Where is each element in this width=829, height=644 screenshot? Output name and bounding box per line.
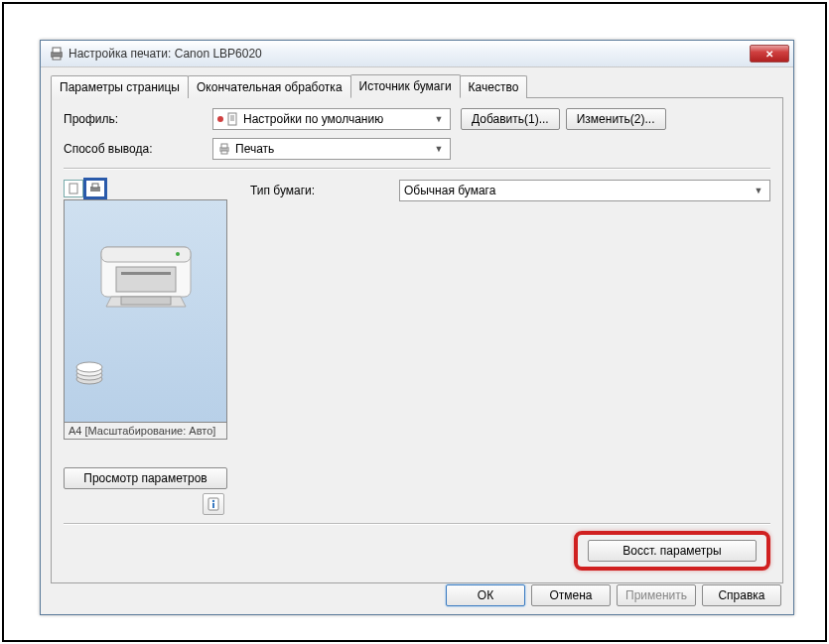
- info-icon: [206, 496, 221, 512]
- edit-button[interactable]: Изменить(2)...: [566, 108, 666, 130]
- preview-page-toggle[interactable]: [64, 180, 83, 197]
- svg-point-18: [176, 252, 180, 256]
- svg-rect-3: [228, 113, 236, 125]
- profile-label: Профиль:: [64, 112, 212, 126]
- print-icon: [217, 142, 231, 156]
- printer-icon: [49, 47, 65, 61]
- printer-small-icon: [89, 183, 101, 194]
- preview-printer-toggle[interactable]: [85, 180, 105, 197]
- help-button[interactable]: Справка: [702, 584, 781, 606]
- svg-rect-8: [221, 144, 227, 148]
- output-method-dropdown[interactable]: Печать ▼: [212, 138, 451, 160]
- view-params-button[interactable]: Просмотр параметров: [64, 467, 227, 489]
- chevron-down-icon: ▼: [432, 144, 446, 154]
- svg-point-24: [212, 500, 214, 502]
- svg-rect-16: [121, 272, 171, 275]
- svg-point-22: [76, 362, 102, 372]
- svg-rect-2: [53, 57, 61, 60]
- profile-dropdown[interactable]: Настройки по умолчанию ▼: [212, 108, 451, 130]
- svg-rect-9: [221, 151, 227, 154]
- preview-caption: A4 [Масштабирование: Авто]: [64, 423, 227, 440]
- chevron-down-icon: ▼: [432, 114, 446, 124]
- info-button[interactable]: [203, 493, 224, 515]
- cancel-button[interactable]: Отмена: [531, 584, 611, 606]
- window-title: Настройка печати: Canon LBP6020: [69, 47, 262, 61]
- tab-paper-source[interactable]: Источник бумаги: [350, 74, 461, 98]
- preview-area: [64, 199, 227, 423]
- printer-illustration: [86, 212, 206, 322]
- titlebar: Настройка печати: Canon LBP6020 ✕: [41, 41, 793, 67]
- output-method-label: Способ вывода:: [64, 142, 212, 156]
- modified-dot-icon: [217, 116, 223, 122]
- apply-button[interactable]: Применить: [617, 584, 696, 606]
- print-settings-dialog: Настройка печати: Canon LBP6020 ✕ Параме…: [40, 40, 794, 615]
- paper-type-label: Тип бумаги:: [250, 184, 399, 197]
- svg-rect-15: [116, 267, 176, 292]
- divider: [64, 168, 770, 170]
- svg-rect-17: [121, 297, 171, 305]
- tab-page-params[interactable]: Параметры страницы: [51, 75, 189, 98]
- paper-stack-icon: [74, 361, 104, 385]
- svg-rect-1: [53, 48, 61, 53]
- close-button[interactable]: ✕: [750, 45, 789, 63]
- tab-finishing[interactable]: Окончательная обработка: [188, 75, 351, 98]
- chevron-down-icon: ▼: [752, 186, 765, 195]
- restore-highlight: Восст. параметры: [574, 531, 770, 571]
- page-icon: [68, 183, 79, 194]
- ok-button[interactable]: ОК: [446, 584, 525, 606]
- svg-rect-10: [69, 184, 77, 193]
- svg-rect-25: [212, 503, 214, 508]
- tabs: Параметры страницы Окончательная обработ…: [51, 74, 783, 98]
- tab-quality[interactable]: Качество: [460, 75, 528, 98]
- document-icon: [225, 112, 239, 126]
- restore-defaults-button[interactable]: Восст. параметры: [588, 540, 757, 562]
- svg-rect-12: [92, 184, 98, 188]
- divider: [64, 523, 770, 525]
- add-button[interactable]: Добавить(1)...: [461, 108, 560, 130]
- tab-panel: Профиль: Настройки по умолчанию ▼ Добави…: [51, 97, 783, 583]
- paper-type-dropdown[interactable]: Обычная бумага ▼: [399, 180, 770, 201]
- dialog-buttons: ОК Отмена Применить Справка: [41, 584, 793, 606]
